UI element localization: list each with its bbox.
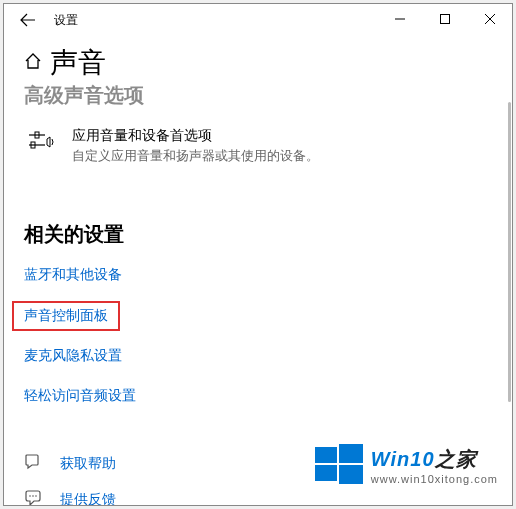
titlebar: 设置 [4,4,512,36]
content-area: 声音 高级声音选项 应用音量和设备首选项 自定义应用音量和扬声器或其使用的设备。… [4,36,512,505]
svg-point-5 [35,495,37,497]
window-title: 设置 [54,12,78,29]
get-help-link[interactable]: 获取帮助 [24,453,492,475]
svg-point-4 [32,495,34,497]
link-mic-privacy[interactable]: 麦克风隐私设置 [24,347,492,365]
link-ease-audio[interactable]: 轻松访问音频设置 [24,387,492,405]
close-button[interactable] [467,4,512,34]
scrollbar-thumb[interactable] [508,102,511,402]
page-header: 声音 [24,44,492,82]
get-help-label: 获取帮助 [60,455,116,473]
give-feedback-link[interactable]: 提供反馈 [24,489,492,505]
back-button[interactable] [12,4,44,36]
maximize-icon [440,14,450,24]
arrow-left-icon [20,12,36,28]
app-volume-option[interactable]: 应用音量和设备首选项 自定义应用音量和扬声器或其使用的设备。 [24,127,492,165]
minimize-button[interactable] [377,4,422,34]
minimize-icon [395,14,405,24]
sliders-icon [24,127,58,153]
close-icon [485,14,495,24]
footer-links: 获取帮助 提供反馈 [24,453,492,505]
link-bluetooth-devices[interactable]: 蓝牙和其他设备 [24,266,492,284]
give-feedback-label: 提供反馈 [60,491,116,505]
settings-window: 设置 声音 高级声音选项 [3,3,513,506]
help-icon [24,453,48,475]
option-title: 应用音量和设备首选项 [72,127,492,145]
svg-point-3 [29,495,31,497]
section-related-heading: 相关的设置 [24,221,492,248]
maximize-button[interactable] [422,4,467,34]
window-controls [377,4,512,34]
svg-rect-0 [440,15,449,24]
option-text: 应用音量和设备首选项 自定义应用音量和扬声器或其使用的设备。 [72,127,492,165]
link-sound-control-panel[interactable]: 声音控制面板 [24,307,108,325]
feedback-icon [24,489,48,505]
section-advanced-heading: 高级声音选项 [24,82,492,109]
highlight-box: 声音控制面板 [12,301,120,331]
home-icon [24,52,42,74]
option-description: 自定义应用音量和扬声器或其使用的设备。 [72,147,492,165]
page-title: 声音 [50,44,106,82]
